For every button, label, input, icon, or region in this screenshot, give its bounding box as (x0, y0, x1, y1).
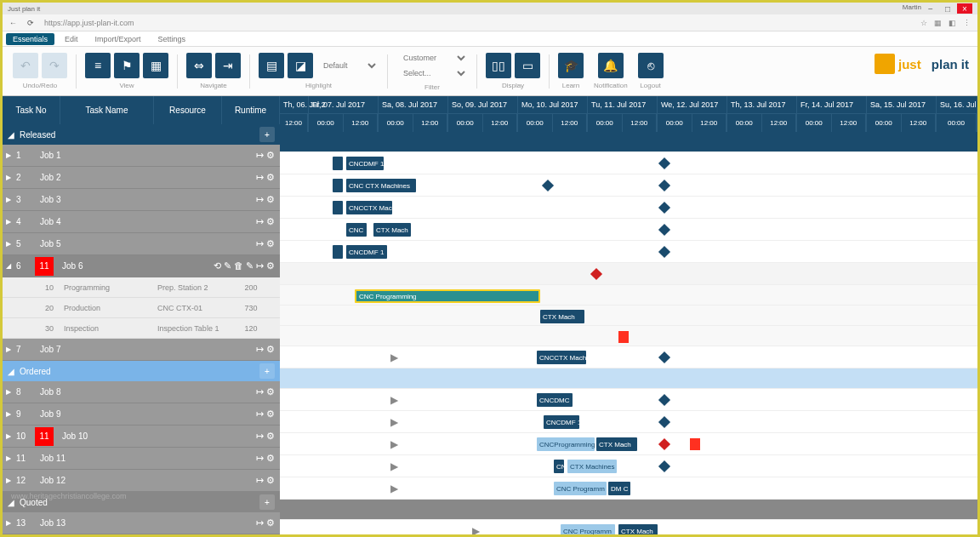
undo-button[interactable]: ↶ (13, 53, 38, 78)
subtask-row[interactable]: 30InspectionInspection Table 1120 (3, 318, 280, 339)
task-row[interactable]: ▶1011Job 10↦ ⚙ (3, 426, 280, 448)
task-row[interactable]: ▶8Job 8↦ ⚙ (3, 381, 280, 403)
gantt-bar[interactable]: CNCDMF 1 (346, 245, 387, 259)
task-actions[interactable]: ↦ ⚙ (256, 194, 280, 205)
task-actions[interactable]: ↦ ⚙ (256, 386, 280, 397)
subtask-row[interactable]: 10ProgrammingPrep. Station 2200 (3, 277, 280, 298)
alert-marker[interactable] (690, 438, 700, 450)
milestone-diamond[interactable] (658, 224, 670, 236)
url-field[interactable]: https://app.just-plan-it.com (44, 19, 910, 27)
menu-import[interactable]: Import/Export (88, 33, 148, 45)
task-actions[interactable]: ⟲ ✎ 🗑 ✎ ↦ ⚙ (214, 260, 280, 271)
display-2-button[interactable]: ▭ (515, 53, 540, 78)
learn-button[interactable]: 🎓 (558, 53, 584, 78)
subtask-row[interactable]: 20ProductionCNC CTX-01730 (3, 298, 280, 318)
alert-marker[interactable] (618, 331, 629, 343)
task-row[interactable]: ▶12Job 12↦ ⚙ (3, 470, 280, 492)
task-actions[interactable]: ↦ ⚙ (256, 150, 280, 161)
gantt-chart[interactable]: Th, 06. Jul 212:00Fr, 07. Jul 201700:001… (280, 96, 977, 534)
task-row[interactable]: ▶1Job 1↦ ⚙ (3, 145, 280, 167)
col-task-name[interactable]: Task Name (60, 96, 154, 124)
add-task-icon[interactable]: + (259, 494, 275, 510)
gantt-bar[interactable]: CN (554, 460, 564, 473)
milestone-diamond[interactable] (658, 157, 670, 169)
task-actions[interactable]: ↦ ⚙ (256, 431, 280, 442)
milestone-diamond[interactable] (658, 246, 670, 258)
menu-essentials[interactable]: Essentials (6, 33, 54, 45)
task-row[interactable]: ▶11Job 11↦ ⚙ (3, 448, 280, 470)
gantt-bar[interactable] (333, 179, 343, 192)
milestone-diamond[interactable] (590, 268, 602, 280)
gantt-bar[interactable]: CNC Programm (554, 482, 607, 495)
task-row[interactable]: ▶4Job 4↦ ⚙ (3, 211, 280, 233)
menu-edit[interactable]: Edit (58, 33, 85, 45)
gantt-bar[interactable]: CNC Programm (561, 524, 615, 534)
milestone-diamond[interactable] (658, 180, 670, 191)
gantt-bar[interactable]: CNCCTX Mach (346, 201, 392, 214)
maximize-button[interactable]: □ (940, 3, 955, 14)
filter-value-select[interactable]: Select... (396, 66, 468, 80)
gantt-bar[interactable]: CNC (346, 223, 367, 237)
task-actions[interactable]: ↦ ⚙ (256, 517, 280, 528)
gantt-bar[interactable]: CTX Mach (373, 223, 411, 237)
milestone-diamond[interactable] (658, 416, 670, 428)
close-button[interactable]: × (957, 3, 972, 14)
back-icon[interactable]: ← (9, 19, 17, 27)
gantt-bar[interactable]: CNCDMF 1 (346, 157, 384, 170)
task-actions[interactable]: ↦ ⚙ (256, 344, 280, 355)
display-1-button[interactable]: ▯▯ (486, 53, 511, 78)
milestone-diamond[interactable] (658, 202, 670, 214)
section-released[interactable]: ◢Released+ (3, 124, 280, 145)
task-actions[interactable]: ↦ ⚙ (256, 453, 280, 464)
gantt-bar[interactable]: CNC CTX Machines (346, 179, 416, 192)
milestone-diamond[interactable] (658, 438, 670, 450)
task-actions[interactable]: ↦ ⚙ (256, 216, 280, 227)
logout-button[interactable]: ⎋ (638, 53, 664, 78)
minimize-button[interactable]: − (923, 3, 938, 14)
nav-collapse-button[interactable]: ⇥ (215, 53, 241, 78)
task-row[interactable]: ▶13Job 13↦ ⚙ (3, 512, 280, 534)
nav-fit-button[interactable]: ⇔ (186, 53, 212, 78)
gantt-bar[interactable] (333, 245, 343, 259)
highlight-list-button[interactable]: ▤ (259, 53, 284, 78)
add-task-icon[interactable]: + (259, 363, 275, 379)
highlight-select[interactable]: Default (316, 53, 379, 78)
filter-customer-select[interactable]: Customer (396, 51, 468, 65)
milestone-diamond[interactable] (542, 180, 554, 191)
gantt-bar[interactable]: CTX Machines (567, 460, 617, 473)
menu-icon[interactable]: ⋮ (963, 19, 971, 27)
redo-button[interactable]: ↷ (42, 53, 67, 78)
highlight-mode-button[interactable]: ◪ (288, 53, 313, 78)
view-layers-button[interactable]: ≡ (85, 53, 111, 78)
reload-icon[interactable]: ⟳ (27, 19, 34, 27)
ext-icon[interactable]: ▦ (934, 19, 942, 27)
notification-button[interactable]: 🔔 (598, 53, 624, 78)
col-resource[interactable]: Resource (154, 96, 222, 124)
task-actions[interactable]: ↦ ⚙ (256, 172, 280, 183)
task-actions[interactable]: ↦ ⚙ (256, 408, 280, 420)
milestone-diamond[interactable] (658, 394, 670, 406)
star-icon[interactable]: ☆ (920, 19, 927, 27)
gantt-bar[interactable] (333, 157, 343, 170)
col-runtime[interactable]: Runtime (222, 96, 280, 124)
gantt-bar[interactable]: CNCDMC (537, 393, 573, 407)
task-actions[interactable]: ↦ ⚙ (256, 475, 280, 486)
task-row[interactable]: ▶3Job 3↦ ⚙ (3, 189, 280, 211)
milestone-diamond[interactable] (658, 351, 670, 363)
gantt-bar[interactable]: CNCDMF 1 (544, 415, 579, 429)
gantt-bar[interactable]: CTX Mach (596, 437, 637, 451)
menu-settings[interactable]: Settings (151, 33, 193, 45)
view-flag-button[interactable]: ⚑ (114, 53, 140, 78)
add-task-icon[interactable]: + (259, 127, 275, 142)
gantt-body[interactable]: CNCDMF 1CNC CTX MachinesCNCCTX MachCNCCT… (280, 132, 977, 534)
task-actions[interactable]: ↦ ⚙ (256, 238, 280, 249)
task-row[interactable]: ▶2Job 2↦ ⚙ (3, 167, 280, 189)
milestone-diamond[interactable] (658, 460, 670, 472)
gantt-bar[interactable]: CTX Mach (540, 310, 584, 323)
task-row[interactable]: ▶9Job 9↦ ⚙ (3, 403, 280, 426)
section-ordered[interactable]: ◢Ordered+ (3, 361, 280, 381)
gantt-bar[interactable]: CNCProgramming (537, 437, 595, 451)
ext-icon-2[interactable]: ◧ (949, 19, 956, 27)
task-row[interactable]: ▶7Job 7↦ ⚙ (3, 339, 280, 361)
gantt-bar[interactable]: DM C (608, 482, 630, 495)
